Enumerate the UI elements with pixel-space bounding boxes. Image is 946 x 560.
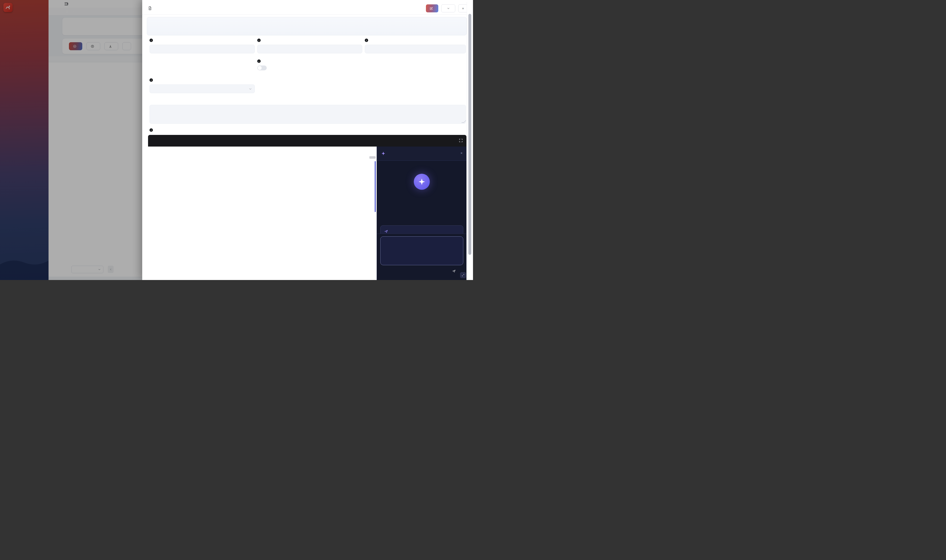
ai-send-button[interactable] [447,268,462,275]
modal-scrollbar[interactable] [467,2,473,280]
fullscreen-icon[interactable] [459,138,463,143]
info-icon: i [365,38,368,42]
roles-select[interactable] [149,85,255,93]
url-field[interactable] [365,45,466,53]
ai-prompt-input[interactable] [380,236,463,265]
paper-plane-icon [452,269,455,273]
info-icon: i [257,38,261,42]
info-icon: i [149,38,153,42]
key-label: i [257,38,262,42]
url-label: i [365,38,370,42]
info-icon: i [149,78,153,82]
info-icon: i [149,128,153,132]
desc-textarea[interactable] [149,105,466,124]
ai-panel-body [377,161,466,234]
lock-label: i [257,59,262,63]
modal-accent-bar [142,0,473,2]
enable-toggle[interactable] [149,66,159,70]
close-icon: × [462,6,464,11]
ai-avatar [414,174,430,190]
code-editor: × [148,135,466,280]
chevron-down-icon [249,87,252,91]
editor-toolbar [148,135,466,146]
name-label: i [149,38,155,42]
api-detail-modal: × i i i i i i [142,0,473,280]
ai-panel-scrollbar[interactable] [375,161,376,212]
minimap-slider[interactable] [369,156,376,159]
doc-icon [148,6,152,10]
chevron-down-icon [447,7,450,10]
anon-toggle[interactable] [365,66,374,70]
modal-header: × [142,2,473,15]
ai-suggestion-chip[interactable] [380,225,463,234]
scrollbar-thumb[interactable] [468,14,471,255]
more-button[interactable] [441,5,455,12]
info-icon: i [257,60,261,63]
paper-plane-icon [385,230,388,233]
sparkle-icon [381,151,385,155]
edit-button[interactable] [426,5,438,12]
edit-icon [429,7,433,10]
roles-label: i [149,78,155,82]
ai-input-zone [377,234,466,280]
close-ai-panel-icon[interactable]: × [460,151,463,155]
modal-tabstrip [147,17,467,35]
app-screen: × [0,0,473,280]
ai-expand-button[interactable] [460,272,466,278]
modal-title [148,6,154,10]
modal-tabs [147,17,466,35]
code-label: i [149,128,155,132]
editor-minimap[interactable] [346,146,369,227]
name-field[interactable] [149,45,255,53]
modal-actions: × [423,5,469,12]
code-area[interactable] [148,146,346,280]
ai-panel-header: × [377,146,466,161]
lock-toggle[interactable] [257,66,267,70]
ai-assistant-panel: × [377,146,466,280]
key-field[interactable] [257,45,362,53]
